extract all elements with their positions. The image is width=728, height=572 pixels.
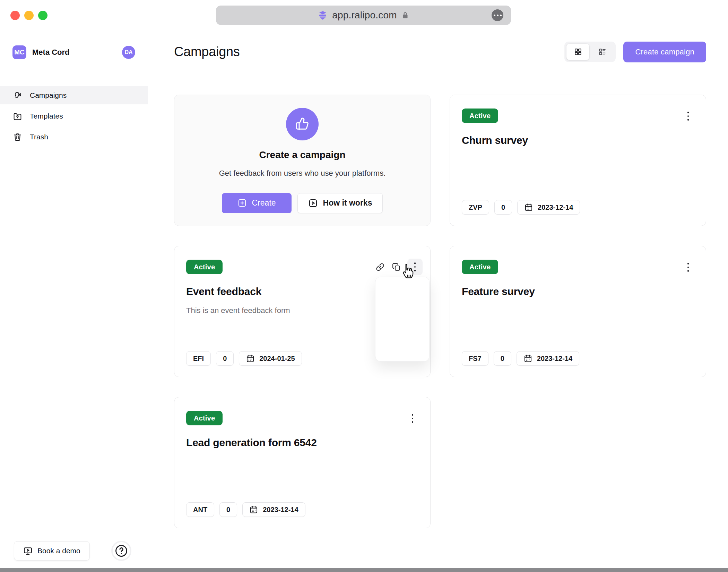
book-demo-label: Book a demo [37, 547, 80, 555]
lock-icon [401, 11, 409, 19]
campaign-title: Churn survey [462, 135, 694, 146]
thumbs-up-icon [286, 108, 319, 140]
campaign-code-badge: FS7 [462, 351, 488, 366]
sidebar: MC Meta Cord DA Campaigns [0, 33, 148, 568]
trash-icon [13, 132, 22, 142]
calendar-icon [523, 354, 532, 363]
link-icon [375, 262, 385, 272]
list-view-icon [598, 47, 607, 56]
status-badge: Active [186, 411, 223, 425]
how-it-works-label: How it works [323, 198, 372, 208]
create-button-label: Create [252, 198, 276, 208]
campaign-date-badge: 2023-12-14 [517, 200, 580, 215]
campaign-date-badge: 2024-01-25 [239, 351, 302, 366]
templates-folder-icon [13, 112, 22, 121]
campaign-card-churn-survey[interactable]: Active Churn survey ZVP 0 [450, 95, 706, 226]
status-badge: Active [462, 260, 498, 274]
campaign-title: Lead generation form 6542 [186, 437, 418, 449]
kebab-menu-button[interactable] [684, 260, 693, 275]
grid-view-button[interactable] [566, 44, 589, 60]
create-button[interactable]: Create [222, 193, 292, 213]
zoom-window-button[interactable] [38, 11, 47, 20]
response-count-badge: 0 [219, 502, 237, 517]
create-campaign-card: Create a campaign Get feedback from user… [174, 95, 431, 226]
campaign-date-badge: 2023-12-14 [517, 351, 579, 366]
window-controls [10, 11, 47, 20]
sidebar-item-trash[interactable]: Trash [0, 128, 148, 146]
avatar[interactable]: DA [122, 46, 135, 59]
campaign-code-badge: ANT [186, 502, 214, 517]
workspace-logo: MC [12, 45, 26, 59]
kebab-menu-button[interactable] [684, 109, 693, 124]
list-view-button[interactable] [591, 44, 614, 60]
help-button[interactable] [111, 541, 131, 561]
main-content: Campaigns [148, 33, 728, 568]
campaign-date: 2023-12-14 [537, 355, 572, 363]
speaking-head-icon [13, 91, 22, 100]
how-it-works-button[interactable]: How it works [297, 193, 383, 213]
copy-link-button[interactable] [375, 262, 385, 272]
sidebar-nav: Campaigns Templates [0, 86, 148, 146]
calendar-icon [246, 354, 255, 363]
question-circle-icon [114, 544, 128, 558]
empty-card-subtitle: Get feedback from users who use your pla… [219, 169, 386, 178]
campaign-date: 2024-01-25 [259, 355, 295, 363]
campaign-card-feature-survey[interactable]: Active Feature survey FS7 0 [450, 246, 706, 377]
browser-more-button[interactable] [492, 9, 503, 21]
status-badge: Active [462, 109, 498, 123]
ralipo-logo-icon [318, 10, 328, 20]
calendar-icon [249, 505, 258, 514]
status-badge: Active [186, 260, 223, 274]
response-count-badge: 0 [216, 351, 234, 366]
campaigns-grid: Create a campaign Get feedback from user… [174, 95, 706, 528]
sidebar-item-label: Trash [30, 133, 48, 141]
hand-cursor [399, 262, 417, 280]
workspace-switcher[interactable]: MC Meta Cord DA [12, 45, 135, 59]
browser-titlebar: app.ralipo.com [0, 0, 728, 33]
page-title: Campaigns [174, 44, 240, 59]
grid-view-icon [574, 47, 582, 56]
sidebar-item-templates[interactable]: Templates [0, 107, 148, 125]
campaign-code-badge: EFI [186, 351, 211, 366]
book-demo-button[interactable]: Book a demo [14, 541, 90, 561]
plus-square-icon [237, 198, 247, 208]
campaign-card-event-feedback[interactable]: Active [174, 246, 431, 377]
create-campaign-button[interactable]: Create campaign [623, 42, 706, 62]
view-toggle [564, 42, 616, 62]
campaign-code-badge: ZVP [462, 200, 489, 215]
close-window-button[interactable] [10, 11, 20, 20]
minimize-window-button[interactable] [24, 11, 34, 20]
kebab-menu-button[interactable] [408, 411, 417, 426]
campaign-date: 2023-12-14 [263, 506, 298, 514]
context-menu-panel [375, 277, 430, 362]
sidebar-item-label: Campaigns [30, 91, 67, 99]
calendar-icon [524, 203, 533, 212]
page-header: Campaigns [174, 33, 706, 71]
campaign-title: Feature survey [462, 286, 694, 297]
response-count-badge: 0 [494, 200, 512, 215]
url-text: app.ralipo.com [332, 10, 397, 21]
campaign-card-lead-generation[interactable]: Active Lead generation form 6542 ANT 0 [174, 397, 431, 528]
sidebar-item-campaigns[interactable]: Campaigns [0, 86, 148, 104]
campaign-date: 2023-12-14 [538, 203, 573, 211]
window-bottom-bar [0, 568, 728, 572]
monitor-play-icon [23, 546, 33, 556]
address-bar[interactable]: app.ralipo.com [216, 6, 511, 25]
empty-card-title: Create a campaign [259, 149, 346, 161]
response-count-badge: 0 [494, 351, 511, 366]
play-square-icon [308, 198, 318, 208]
campaign-date-badge: 2023-12-14 [242, 502, 305, 517]
workspace-name: Meta Cord [32, 48, 70, 57]
sidebar-item-label: Templates [30, 112, 63, 120]
